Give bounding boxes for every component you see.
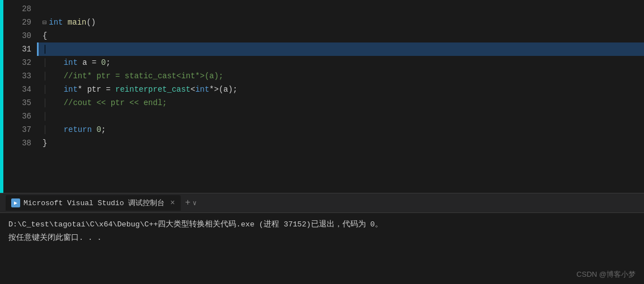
tab-plus-button[interactable]: + [185, 198, 191, 208]
brace-open: { [43, 31, 47, 40]
indent-guide-line: │ [43, 45, 54, 54]
line-num-37: 37 [3, 123, 31, 136]
space-return [92, 125, 96, 134]
active-line-indicator [37, 42, 39, 56]
code-line-31: │ [37, 42, 644, 56]
num-0-return: 0 [96, 125, 101, 134]
code-line-34: │ int * ptr = reinterpret_cast < int *>(… [37, 83, 644, 96]
tab-chevron-button[interactable]: ∨ [192, 199, 196, 207]
num-0: 0 [101, 58, 106, 67]
semi: ; [106, 58, 110, 67]
space [63, 18, 67, 27]
brace-close: } [43, 139, 47, 148]
watermark: CSDN @博客小梦 [576, 269, 636, 280]
line-num-34: 34 [3, 83, 31, 96]
kw-int: int [49, 18, 63, 27]
indent-guide: │ [43, 58, 47, 67]
code-line-36: │ [37, 110, 644, 123]
line-num-29: 29 [3, 16, 31, 29]
spaces3 [49, 85, 63, 94]
parens: () [86, 18, 96, 27]
line-num-32: 32 [3, 56, 31, 69]
star-close: *>(a); [209, 85, 237, 94]
line-numbers: 28 29 30 31 32 33 34 35 36 37 38 [3, 0, 37, 193]
fn-main: main [68, 18, 87, 27]
kw-int-ptr: int [64, 85, 78, 94]
plain-a: a = [78, 58, 101, 67]
indent-guide6: │ [43, 125, 47, 134]
terminal-tab[interactable]: ▶ Microsoft Visual Studio 调试控制台 × [6, 195, 181, 211]
spaces4 [49, 98, 63, 107]
terminal-tab-icon: ▶ [11, 198, 20, 207]
editor-area: 28 29 30 31 32 33 34 35 36 37 38 ⊟int ma… [0, 0, 644, 193]
semi-return: ; [101, 125, 106, 134]
kw-int-a: int [64, 58, 78, 67]
line-num-35: 35 [3, 96, 31, 110]
line-num-28: 28 [3, 2, 31, 16]
code-line-33: │ //int* ptr = static_cast<int*>(a); [37, 69, 644, 83]
code-line-29: ⊟int main() [37, 16, 644, 29]
comment-static: //int* ptr = static_cast<int*>(a); [64, 72, 224, 81]
comment-cout: //cout << ptr << endl; [64, 98, 167, 107]
code-line-35: │ //cout << ptr << endl; [37, 96, 644, 110]
code-line-38: } [37, 136, 644, 150]
line-num-33: 33 [3, 69, 31, 83]
kw-int-cast: int [195, 85, 209, 94]
reinterpret-cast: reinterpret_cast [115, 85, 190, 94]
line-num-30: 30 [3, 29, 31, 42]
spaces [49, 58, 63, 67]
spaces5 [49, 125, 63, 134]
code-line-28 [37, 2, 644, 16]
indent-guide5: │ [43, 112, 47, 121]
star-ptr: * ptr = [78, 85, 115, 94]
code-line-37: │ return 0 ; [37, 123, 644, 136]
terminal-tabs: ▶ Microsoft Visual Studio 调试控制台 × + ∨ [0, 193, 644, 213]
code-line-32: │ int a = 0 ; [37, 56, 644, 69]
spaces2 [49, 72, 63, 81]
code-area: ⊟int main() { │ │ int a = 0 ; │ //int* p… [37, 0, 644, 193]
terminal-output-line-1: D:\C_test\tagotai\C\x64\Debug\C++四大类型转换相… [8, 219, 636, 231]
terminal-content: D:\C_test\tagotai\C\x64\Debug\C++四大类型转换相… [0, 213, 644, 250]
terminal-tab-label: Microsoft Visual Studio 调试控制台 [23, 198, 164, 208]
terminal-output-line-2: 按任意键关闭此窗口. . . [8, 232, 636, 244]
indent-guide2: │ [43, 72, 47, 81]
code-line-30: { [37, 29, 644, 42]
terminal-panel: ▶ Microsoft Visual Studio 调试控制台 × + ∨ D:… [0, 193, 644, 284]
tab-close-button[interactable]: × [170, 198, 175, 207]
angle-bracket: < [190, 85, 195, 94]
indent-guide3: │ [43, 85, 47, 94]
line-num-36: 36 [3, 110, 31, 123]
indent-guide4: │ [43, 98, 47, 107]
line-num-38: 38 [3, 136, 31, 150]
kw-return: return [64, 125, 92, 134]
line-num-31: 31 [3, 42, 31, 56]
collapse-icon[interactable]: ⊟ [43, 18, 46, 27]
